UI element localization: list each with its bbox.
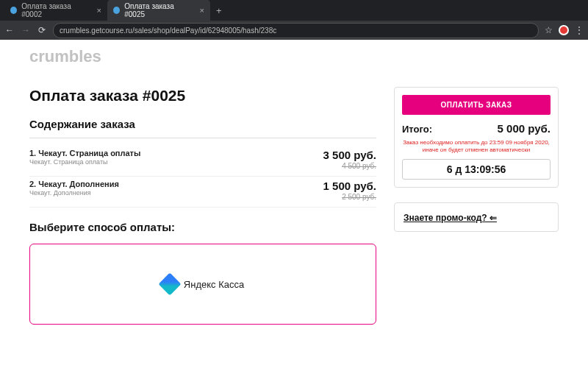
browser-tab-active[interactable]: Оплата заказа #0025 × xyxy=(107,0,210,21)
menu-icon[interactable]: ⋮ xyxy=(575,25,584,35)
bookmark-icon[interactable]: ☆ xyxy=(545,25,553,35)
payment-option-yandex-kassa[interactable]: Яндекс Касса xyxy=(29,244,376,325)
item-price: 1 500 руб. xyxy=(323,180,376,192)
url-input[interactable]: crumbles.getcourse.ru/sales/shop/dealPay… xyxy=(53,23,539,38)
tab-favicon xyxy=(113,7,120,14)
tab-title: Оплата заказа #0002 xyxy=(21,2,87,18)
new-tab-button[interactable]: + xyxy=(210,5,228,16)
item-subtitle: Чекаут. Дополнения xyxy=(29,189,119,197)
page-content: crumbles Оплата заказа #0025 Содержание … xyxy=(0,40,588,325)
order-column: Оплата заказа #0025 Содержание заказа 1.… xyxy=(29,87,376,325)
profile-avatar[interactable] xyxy=(559,25,569,35)
item-title: 2. Чекаут. Дополнения xyxy=(29,180,119,188)
tab-strip: Оплата заказа #0002 × Оплата заказа #002… xyxy=(0,0,588,21)
payment-method-heading: Выберите способ оплаты: xyxy=(29,221,376,233)
close-icon[interactable]: × xyxy=(200,6,204,15)
total-label: Итого: xyxy=(402,124,432,135)
contents-heading: Содержание заказа xyxy=(29,118,376,130)
total-value: 5 000 руб. xyxy=(498,122,551,135)
item-subtitle: Чекаут. Страница оплаты xyxy=(29,158,140,166)
url-text: crumbles.getcourse.ru/sales/shop/dealPay… xyxy=(60,26,276,35)
item-old-price: 4 500 руб. xyxy=(323,162,376,170)
page-title: Оплата заказа #0025 xyxy=(29,87,376,105)
order-item: 1. Чекаут. Страница оплаты Чекаут. Стран… xyxy=(29,146,376,177)
yandex-kassa-icon xyxy=(158,272,181,295)
summary-card: ОПЛАТИТЬ ЗАКАЗ Итого: 5 000 руб. Заказ н… xyxy=(394,87,559,188)
browser-chrome: Оплата заказа #0002 × Оплата заказа #002… xyxy=(0,0,588,40)
order-item: 2. Чекаут. Дополнения Чекаут. Дополнения… xyxy=(29,177,376,208)
forward-icon[interactable]: → xyxy=(21,25,31,35)
payment-deadline: Заказ необходимо оплатить до 23:59 09 но… xyxy=(402,139,551,155)
promo-card: Знаете промо-код? ⇐ xyxy=(394,202,559,232)
promo-link[interactable]: Знаете промо-код? ⇐ xyxy=(404,213,497,223)
item-price: 3 500 руб. xyxy=(323,149,376,161)
divider xyxy=(29,138,376,138)
brand-logo: crumbles xyxy=(29,47,559,66)
tab-favicon xyxy=(10,7,17,14)
countdown-timer: 6 д 13:09:56 xyxy=(402,159,551,180)
reload-icon[interactable]: ⟳ xyxy=(37,25,47,35)
summary-column: ОПЛАТИТЬ ЗАКАЗ Итого: 5 000 руб. Заказ н… xyxy=(394,87,559,325)
address-bar: ← → ⟳ crumbles.getcourse.ru/sales/shop/d… xyxy=(0,21,588,40)
yandex-kassa-label: Яндекс Касса xyxy=(184,279,244,290)
close-icon[interactable]: × xyxy=(97,6,101,15)
back-icon[interactable]: ← xyxy=(4,25,15,35)
pay-button[interactable]: ОПЛАТИТЬ ЗАКАЗ xyxy=(402,95,551,115)
tab-title: Оплата заказа #0025 xyxy=(124,2,190,18)
item-title: 1. Чекаут. Страница оплаты xyxy=(29,149,140,158)
browser-tab[interactable]: Оплата заказа #0002 × xyxy=(4,0,107,21)
item-old-price: 2 500 руб. xyxy=(323,193,376,201)
